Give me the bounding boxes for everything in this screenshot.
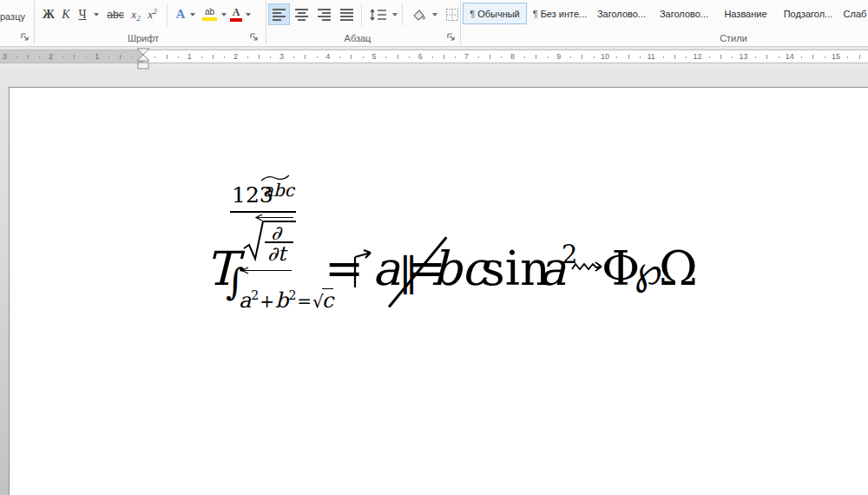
- ruler-tick: [213, 55, 214, 59]
- document-background: T ∫ a2+b2=√c 123 abc ∂ ∂t =: [0, 69, 868, 495]
- text-effects-label: А: [176, 7, 186, 22]
- ruler-tick: [201, 56, 202, 58]
- align-right-button[interactable]: [313, 3, 335, 25]
- eq-a: a: [372, 246, 400, 293]
- format-painter-button-partial-label[interactable]: разцу: [0, 11, 25, 22]
- shading-button[interactable]: [407, 3, 431, 25]
- ruler-tick: [444, 55, 444, 59]
- eq-lower-limit: a2+b2=√c: [239, 288, 333, 311]
- style-item-title[interactable]: Название: [718, 3, 773, 24]
- subscript-button[interactable]: x2: [128, 3, 144, 25]
- highlight-color-bar: [202, 17, 217, 21]
- underline-dropdown-arrow-icon[interactable]: [94, 13, 99, 19]
- ruler-tick: [432, 56, 433, 58]
- line-spacing-dropdown-arrow-icon[interactable]: [392, 13, 398, 19]
- ruler-tick: [409, 56, 410, 58]
- hanging-indent-marker[interactable]: [137, 55, 149, 61]
- ruler-tick: [524, 56, 525, 58]
- limit-b: b: [275, 290, 288, 311]
- highlight-dropdown-arrow-icon[interactable]: [221, 13, 227, 19]
- under-left-arrow: [240, 267, 293, 274]
- ruler-band[interactable]: 123456789101112131415123: [0, 50, 868, 63]
- document-page[interactable]: T ∫ a2+b2=√c 123 abc ∂ ∂t =: [9, 87, 868, 495]
- ruler-tick: [247, 56, 248, 58]
- ruler-number: 14: [786, 53, 794, 61]
- font-color-label: А: [233, 7, 240, 17]
- ruler-tick: [720, 55, 721, 59]
- line-spacing-button[interactable]: [365, 3, 391, 25]
- equation[interactable]: T ∫ a2+b2=√c 123 abc ∂ ∂t =: [201, 170, 756, 322]
- font-color-button[interactable]: А: [227, 3, 245, 25]
- bold-label: Ж: [43, 8, 55, 22]
- text-effects-button[interactable]: А: [172, 3, 189, 25]
- font-dialog-launcher-icon[interactable]: [250, 33, 260, 43]
- ruler-number: 5: [372, 53, 376, 61]
- font-color-dropdown-arrow-icon[interactable]: [246, 13, 251, 19]
- styles-group-label: Стили: [681, 33, 786, 43]
- superscript-mark: 2: [153, 7, 157, 16]
- ruler-tick: [766, 55, 767, 59]
- clipboard-dialog-launcher-icon[interactable]: [21, 33, 30, 43]
- first-line-indent-marker[interactable]: [137, 49, 149, 55]
- ruler-tick: [167, 55, 168, 59]
- highlight-color-button[interactable]: ab: [200, 3, 220, 25]
- borders-grid-icon: [445, 8, 459, 22]
- ruler-tick: [548, 56, 549, 58]
- group-separator: [460, 1, 461, 44]
- ruler-tick: [709, 56, 710, 58]
- style-item-subtitle[interactable]: Подзагол...: [779, 3, 838, 24]
- style-name: Заголово...: [597, 9, 646, 19]
- ruler-tick: [16, 56, 17, 58]
- ruler-tick: [732, 56, 733, 58]
- limit-a-exp: 2: [251, 289, 259, 301]
- ruler-tick: [62, 56, 63, 58]
- ruler-tick: [663, 56, 664, 58]
- ruler-number: 9: [556, 53, 561, 61]
- ruler-number: 3: [279, 53, 284, 61]
- superscript-button[interactable]: x2: [144, 3, 161, 25]
- squiggle-arrow-symbol: [571, 260, 604, 274]
- ruler-tick: [801, 56, 802, 58]
- ribbon: разцу Ж К Ч abc x2 x2 А ab А Шрифт: [0, 0, 868, 47]
- limit-plus: +: [259, 293, 275, 310]
- align-center-icon: [295, 9, 308, 21]
- align-left-button[interactable]: [268, 3, 290, 25]
- ruler-tick: [582, 55, 582, 59]
- ruler-number: 7: [464, 53, 469, 61]
- style-item-normal[interactable]: ¶ Обычный: [463, 3, 527, 24]
- text-effects-dropdown-arrow-icon[interactable]: [190, 13, 195, 19]
- ruler-tick: [224, 56, 225, 58]
- style-name: Без инте...: [541, 9, 588, 19]
- ruler-tick: [755, 56, 756, 58]
- left-indent-marker[interactable]: [138, 63, 148, 69]
- ruler-tick: [351, 55, 352, 59]
- bold-button[interactable]: Ж: [40, 3, 57, 25]
- italic-button[interactable]: К: [58, 3, 74, 25]
- style-name: Название: [724, 9, 766, 19]
- style-item-subtle-emphasis[interactable]: Слаб: [840, 3, 868, 24]
- mini-separator: [361, 3, 362, 26]
- style-item-no-spacing[interactable]: ¶ Без инте...: [529, 3, 590, 24]
- ruler-tick: [120, 55, 121, 59]
- ruler-number: 10: [601, 53, 609, 61]
- ruler-number: 2: [233, 53, 238, 61]
- mini-separator: [167, 3, 168, 26]
- ruler-tick: [132, 56, 133, 58]
- style-item-heading2[interactable]: Заголово...: [655, 3, 713, 24]
- align-center-button[interactable]: [291, 3, 312, 25]
- style-item-heading1[interactable]: Заголово...: [593, 3, 650, 24]
- mini-separator: [402, 3, 403, 26]
- ruler-tick: [628, 55, 629, 59]
- strikethrough-button[interactable]: abc: [103, 3, 128, 25]
- justify-button[interactable]: [336, 3, 358, 25]
- wide-tilde-accent: [260, 175, 290, 182]
- ruler-tick: [825, 56, 825, 58]
- ruler-tick: [594, 56, 595, 58]
- shading-dropdown-arrow-icon[interactable]: [432, 13, 437, 19]
- ruler-tick: [108, 56, 109, 58]
- underline-button[interactable]: Ч: [75, 3, 90, 25]
- ruler-tick: [570, 56, 571, 58]
- paragraph-dialog-launcher-icon[interactable]: [447, 33, 457, 43]
- indent-markers[interactable]: [136, 48, 150, 70]
- horizontal-ruler[interactable]: 123456789101112131415123: [0, 47, 868, 69]
